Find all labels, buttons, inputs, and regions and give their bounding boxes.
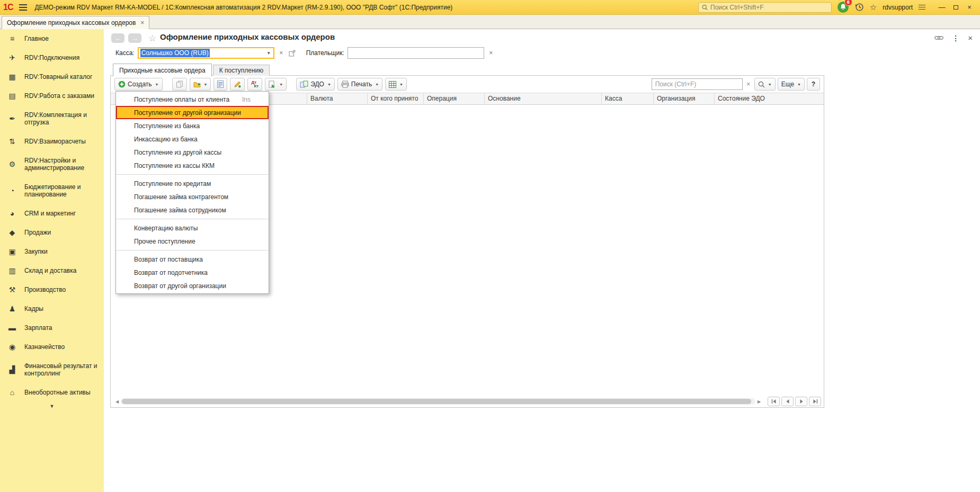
close-window-button[interactable]: × (963, 2, 976, 13)
column-operaciya[interactable]: Операция (424, 93, 485, 104)
menu-item-postuplenie-iz-drugoy-kassy[interactable]: Поступление из другой кассы (116, 146, 269, 159)
notification-center-button[interactable]: 6 (838, 2, 849, 13)
copy-icon (176, 80, 183, 88)
tab-k-postupleniyu[interactable]: К поступлению (213, 65, 270, 76)
minimize-button[interactable]: — (936, 2, 948, 13)
scroll-left-icon[interactable]: ◀ (113, 399, 121, 404)
plus-icon (118, 80, 126, 88)
kassa-label: Касса: (115, 49, 135, 57)
sidebar-item-byudzhetirovanie[interactable]: ◔Бюджетирование и планирование (0, 177, 104, 204)
form-tab-active[interactable]: Оформление приходных кассовых ордеров × (2, 16, 149, 29)
list-search-field[interactable] (652, 78, 743, 90)
sidebar-item-zarplata[interactable]: ▬Зарплата (0, 318, 104, 337)
sidebar-item-rdv-rabota-s-zakazami[interactable]: ▤RDV:Работа с заказами (0, 86, 104, 105)
scrollbar-thumb[interactable] (122, 399, 751, 404)
scrollbar-track[interactable] (121, 398, 755, 405)
catalog-icon: ▦ (0, 73, 24, 80)
sidebar-item-zakupki[interactable]: ▣Закупки (0, 242, 104, 261)
create-button[interactable]: Создать ▼ (114, 78, 163, 91)
column-ot-kogo-prinyato[interactable]: От кого принято (368, 93, 424, 104)
column-osnovanie[interactable]: Основание (485, 93, 602, 104)
sidebar-item-vneoborotnye-aktivy[interactable]: ⌂Внеоборотные активы (0, 383, 104, 402)
sidebar-item-finansovy-rezultat[interactable]: ▟Финансовый результат и контроллинг (0, 356, 104, 383)
sidebar-item-rdv-nastroyki[interactable]: ⚙RDV:Настройки и администрирование (0, 151, 104, 177)
menu-item-vozvrat-ot-drugoy-organizacii[interactable]: Возврат от другой организации (116, 279, 269, 292)
menu-item-konvertaciyu-valyuty[interactable]: Конвертацию валюты (116, 221, 269, 235)
menu-item-vozvrat-ot-podotchetnika[interactable]: Возврат от подотчетника (116, 266, 269, 279)
tab-prihodnye-ordera[interactable]: Приходные кассовые ордера (113, 64, 212, 76)
kassa-open-button[interactable] (288, 49, 297, 57)
menu-item-postuplenie-iz-banka[interactable]: Поступление из банка (116, 119, 269, 132)
global-search-input[interactable] (710, 4, 828, 11)
back-button[interactable]: ← (111, 33, 124, 43)
sidebar-item-glavnoe[interactable]: ≡Главное (0, 29, 104, 48)
payer-field[interactable] (348, 47, 484, 59)
create-based-on-button[interactable]: ▼ (265, 78, 287, 91)
last-page-button[interactable] (809, 397, 821, 406)
reports-button[interactable]: ▼ (385, 78, 407, 91)
chevron-down-icon: ▼ (50, 404, 55, 409)
sidebar-item-rdv-vzaimoraschety[interactable]: ⇅RDV:Взаиморасчеты (0, 132, 104, 151)
menu-item-postuplenie-po-kreditam[interactable]: Поступление по кредитам (116, 177, 269, 190)
global-search-field[interactable] (698, 2, 832, 13)
menu-item-postuplenie-oplaty-ot-klienta[interactable]: Поступление оплаты от клиента Ins (116, 93, 269, 106)
purchases-icon: ▣ (0, 248, 24, 255)
form-more-button[interactable]: ⋮ (952, 34, 959, 42)
sidebar-item-rdv-komplektaciya[interactable]: ✒RDV:Комплектация и отгрузка (0, 105, 104, 132)
menu-separator (117, 174, 268, 175)
close-tab-icon[interactable]: × (140, 19, 144, 26)
shipping-icon: ✒ (0, 115, 24, 122)
edo-button[interactable]: ЭДО ▼ (296, 78, 335, 91)
print-button[interactable]: Печать ▼ (337, 78, 382, 91)
copy-button[interactable] (172, 78, 187, 91)
register-button[interactable] (213, 78, 227, 91)
menu-item-postuplenie-ot-drugoy-organizacii[interactable]: Поступление от другой организации (116, 106, 269, 119)
close-form-button[interactable]: × (968, 33, 973, 42)
first-page-button[interactable] (768, 397, 780, 406)
column-organizaciya[interactable]: Организация (654, 93, 715, 104)
history-button[interactable] (855, 3, 864, 12)
menu-item-pogashenie-zayma-sotrudnikom[interactable]: Погашение займа сотрудником (116, 203, 269, 217)
next-page-button[interactable] (795, 397, 807, 406)
payer-clear-button[interactable]: × (487, 49, 495, 57)
service-menu-icon[interactable] (919, 5, 925, 10)
list-search-input[interactable] (655, 80, 739, 88)
edit-button[interactable] (230, 78, 245, 91)
menu-item-inkassaciyu-iz-banka[interactable]: Инкассацию из банка (116, 132, 269, 146)
maximize-button[interactable] (949, 2, 962, 13)
sidebar-item-prodazhi[interactable]: ◆Продажи (0, 223, 104, 242)
sidebar-item-proizvodstvo[interactable]: ⚒Производство (0, 280, 104, 299)
sidebar-item-kaznacheystvo[interactable]: ◉Казначейство (0, 337, 104, 356)
sidebar-more-chevron[interactable]: ▼ (0, 402, 104, 410)
horizontal-scrollbar[interactable]: ◀ ▶ (113, 398, 763, 405)
search-settings-button[interactable]: ▼ (754, 78, 776, 91)
favorites-button[interactable]: ☆ (870, 3, 877, 12)
kassa-clear-button[interactable]: × (277, 49, 286, 57)
add-favorite-star-icon[interactable]: ☆ (148, 33, 156, 44)
list-search-clear-button[interactable]: × (745, 79, 752, 90)
scroll-right-icon[interactable]: ▶ (755, 399, 763, 404)
column-kassa[interactable]: Касса (602, 93, 654, 104)
menu-item-postuplenie-iz-kassy-kkm[interactable]: Поступление из кассы ККМ (116, 159, 269, 172)
sidebar-item-rdv-podklyucheniya[interactable]: ✈RDV:Подключения (0, 48, 104, 67)
column-sostoyanie-edo[interactable]: Состояние ЭДО (715, 93, 824, 104)
sidebar-item-sklad-dostavka[interactable]: ▥Склад и доставка (0, 261, 104, 280)
kassa-field[interactable]: Солнышко ООО (RUB) ▼ (138, 47, 274, 59)
menu-item-prochee-postuplenie[interactable]: Прочее поступление (116, 235, 269, 248)
sidebar-item-rdv-tovarny-katalog[interactable]: ▦RDV:Товарный каталог (0, 67, 104, 86)
menu-item-pogashenie-zayma-kontragentom[interactable]: Погашение займа контрагентом (116, 190, 269, 203)
column-valyuta[interactable]: Валюта (307, 93, 368, 104)
sidebar-item-kadry[interactable]: ♟Кадры (0, 299, 104, 318)
form-tab-label: Оформление приходных кассовых ордеров (7, 19, 136, 26)
help-button[interactable]: ? (807, 78, 820, 91)
more-button[interactable]: Еще ▼ (778, 78, 805, 91)
main-menu-icon[interactable] (19, 4, 27, 11)
show-postings-button[interactable]: Дт Кт (247, 78, 262, 91)
create-group-button[interactable]: ▼ (190, 78, 211, 91)
forward-button[interactable]: → (128, 33, 141, 43)
previous-page-button[interactable] (781, 397, 794, 406)
sidebar-item-crm-marketing[interactable]: ◕CRM и маркетинг (0, 204, 104, 223)
menu-item-vozvrat-ot-postavschika[interactable]: Возврат от поставщика (116, 253, 269, 266)
kassa-dropdown-icon[interactable]: ▼ (264, 51, 273, 56)
get-link-button[interactable] (934, 35, 943, 41)
